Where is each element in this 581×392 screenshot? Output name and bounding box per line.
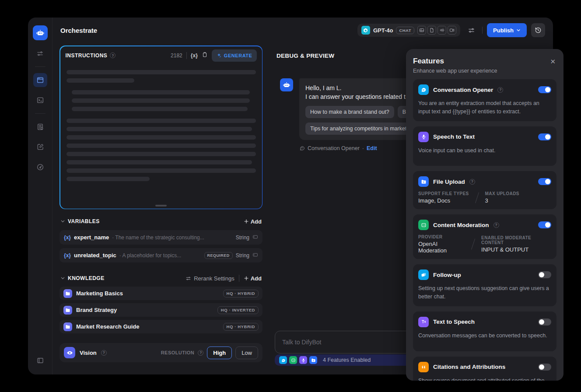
sidebar-divider: [35, 66, 46, 67]
feature-card-citations: Citations and Attributions Show source d…: [413, 357, 556, 381]
close-icon[interactable]: ✕: [550, 58, 556, 66]
features-panel: Features ✕ Enhance web app user experien…: [406, 49, 564, 381]
variable-desc: · The name of the strategic consulting..…: [112, 234, 204, 241]
sidebar-item-orchestrate[interactable]: [33, 73, 47, 87]
help-icon[interactable]: ?: [101, 350, 107, 356]
variable-icon: {x}: [64, 252, 71, 259]
left-sidebar: [28, 18, 52, 374]
instructions-editor[interactable]: [60, 65, 262, 190]
feature-desc: Show source document and attributed sect…: [418, 377, 551, 381]
file-upload-toggle[interactable]: [538, 178, 551, 185]
help-icon[interactable]: ?: [110, 52, 116, 58]
document-capability-icon: [427, 26, 436, 35]
file-types-stat: SUPPORT FILE TYPES Image, Docs: [418, 191, 469, 204]
variable-row-expert-name[interactable]: {x} expert_name · The name of the strate…: [60, 230, 262, 245]
sidebar-item-settings[interactable]: [33, 46, 47, 60]
feature-card-text-to-speech: Text to Speech Conversation messages can…: [413, 312, 556, 351]
feature-card-speech-to-text: Speech to Text Voice input can be used i…: [413, 126, 556, 166]
knowledge-badge: HQ · HYBRID: [223, 323, 259, 331]
variable-type: String: [236, 252, 249, 259]
follow-up-icon: [418, 270, 429, 280]
header-divider: [482, 27, 483, 34]
resize-handle[interactable]: [155, 205, 167, 206]
text-to-speech-toggle[interactable]: [538, 318, 551, 326]
speech-to-text-toggle[interactable]: [538, 133, 551, 140]
sidebar-item-annotation[interactable]: [33, 140, 47, 154]
content-moderation-toggle[interactable]: [538, 221, 551, 228]
citations-toggle[interactable]: [538, 364, 551, 371]
opener-caption-label: Conversation Opener: [308, 145, 360, 151]
skeleton-line: [66, 127, 252, 131]
moderate-content-stat: ENABLED MODERATE CONTENT INPUT & OUTPUT: [481, 235, 551, 253]
feature-card-follow-up: Follow-up Setting up next questions sugg…: [413, 264, 556, 306]
stat-divider: [471, 239, 475, 250]
folder-icon: [63, 306, 72, 315]
char-count: 2182: [171, 52, 182, 59]
resolution-low-button[interactable]: Low: [235, 346, 258, 359]
collapse-sidebar-icon[interactable]: [33, 354, 47, 368]
folder-icon: [63, 322, 72, 331]
variable-type: String: [236, 234, 249, 241]
knowledge-name: Market Research Guide: [76, 323, 140, 330]
feature-title: File Upload: [433, 178, 465, 185]
divider: [186, 52, 187, 59]
chevron-down-icon[interactable]: [60, 274, 65, 282]
knowledge-badge: HQ · INVERTED: [217, 306, 259, 314]
skeleton-line: [72, 107, 248, 111]
variable-name: expert_name: [74, 234, 109, 241]
sidebar-item-terminal[interactable]: [33, 93, 47, 107]
help-icon[interactable]: ?: [494, 222, 499, 228]
skeleton-line: [66, 144, 256, 148]
edit-opener-link[interactable]: Edit: [367, 145, 377, 151]
add-variable-button[interactable]: Add: [244, 218, 262, 225]
version-history-button[interactable]: [531, 23, 545, 37]
features-panel-subtitle: Enhance web app user experience: [413, 68, 556, 74]
audio-capability-icon: [438, 26, 446, 35]
feature-card-conversation-opener: Conversation Opener ? You are an entity …: [413, 79, 556, 121]
generate-button[interactable]: GENERATE: [212, 49, 257, 62]
knowledge-badge: HQ · HYBRID: [223, 290, 259, 298]
help-icon[interactable]: ?: [497, 87, 503, 93]
publish-button[interactable]: Publish: [487, 23, 527, 37]
variable-name: unrelated_topic: [74, 252, 116, 259]
feature-title: Citations and Attributions: [433, 364, 505, 370]
follow-up-toggle[interactable]: [538, 271, 551, 278]
model-selector[interactable]: GPT-4o CHAT: [357, 24, 460, 37]
insert-variable-icon[interactable]: {x}: [191, 52, 198, 59]
sidebar-item-monitoring[interactable]: [33, 160, 47, 174]
help-icon[interactable]: ?: [198, 350, 203, 356]
help-icon[interactable]: ?: [469, 179, 475, 185]
feature-desc: You are an entity extraction model that …: [418, 99, 551, 116]
model-parameters-icon[interactable]: [465, 24, 478, 37]
vision-section: Vision ? RESOLUTION ? High Low: [60, 343, 262, 362]
conversation-opener-toggle[interactable]: [538, 86, 551, 93]
sidebar-item-logs[interactable]: [33, 120, 47, 134]
skeleton-line: [66, 78, 135, 83]
app-logo-robot-icon[interactable]: [33, 25, 48, 40]
variable-row-unrelated-topic[interactable]: {x} unrelated_topic · A placeholder for …: [60, 248, 262, 262]
dot: ·: [362, 145, 364, 151]
folder-icon: [63, 289, 72, 298]
knowledge-row-marketing-basics[interactable]: Marketing Basics HQ · HYBRID: [60, 287, 262, 300]
knowledge-name: Brand Strategy: [76, 307, 117, 313]
bot-avatar-robot-icon: [280, 78, 293, 91]
rerank-settings-button[interactable]: Rerank Settings: [186, 275, 234, 282]
skeleton-line: [72, 90, 250, 94]
chevron-down-icon[interactable]: [60, 217, 65, 225]
eye-icon: [64, 347, 75, 358]
add-knowledge-button[interactable]: Add: [244, 275, 262, 282]
instructions-panel: INSTRUCTIONS ? 2182 {x} GENERATE: [60, 46, 262, 209]
knowledge-row-market-research-guide[interactable]: Market Research Guide HQ · HYBRID: [60, 320, 262, 333]
orchestrate-config-column: INSTRUCTIONS ? 2182 {x} GENERATE: [60, 46, 262, 374]
features-panel-title: Features: [413, 57, 556, 66]
copy-icon[interactable]: [202, 52, 208, 60]
feature-title: Text to Speech: [433, 318, 475, 325]
knowledge-row-brand-strategy[interactable]: Brand Strategy HQ · INVERTED: [60, 303, 262, 317]
resolution-high-button[interactable]: High: [207, 346, 232, 359]
knowledge-section-header: KNOWLEDGE Rerank Settings Add: [60, 273, 262, 284]
feature-title: Speech to Text: [433, 133, 475, 140]
suggested-question-chip[interactable]: How to make a brand stand out?: [305, 106, 394, 118]
skeleton-line: [66, 119, 256, 123]
feature-card-content-moderation: Content Moderation ? PROVIDER OpenAI Mod…: [413, 214, 556, 259]
resolution-label: RESOLUTION: [161, 350, 195, 355]
